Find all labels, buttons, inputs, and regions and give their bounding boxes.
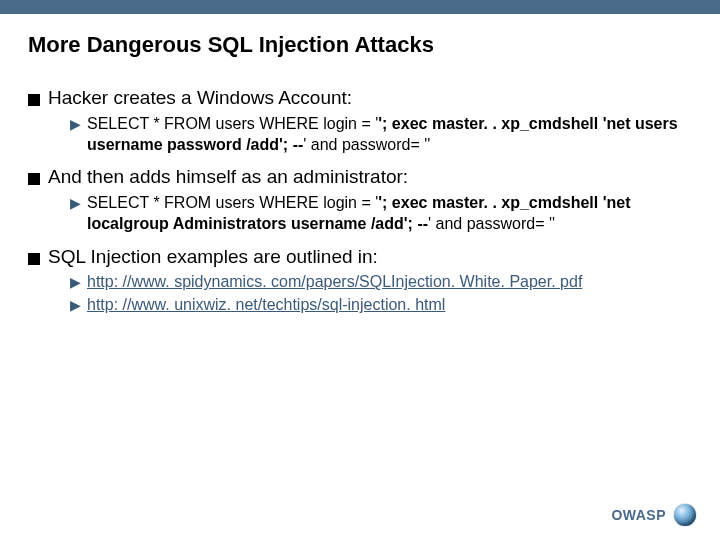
footer-label: OWASP (611, 507, 666, 523)
bullet-1-sub-1: ▶ SELECT * FROM users WHERE login = ''; … (70, 114, 690, 156)
bullet-2-sub-1-text: SELECT * FROM users WHERE login = ''; ex… (87, 193, 690, 235)
bullet-3-sub-2-text: http: //www. unixwiz. net/techtips/sql-i… (87, 295, 445, 316)
bullet-2-sublist: ▶ SELECT * FROM users WHERE login = ''; … (70, 193, 690, 235)
link-unixwiz[interactable]: http: //www. unixwiz. net/techtips/sql-i… (87, 296, 445, 313)
bullet-3-sub-2: ▶ http: //www. unixwiz. net/techtips/sql… (70, 295, 690, 316)
globe-icon (674, 504, 696, 526)
sql-prefix: SELECT * FROM users WHERE login = ' (87, 115, 378, 132)
arrow-icon: ▶ (70, 115, 81, 134)
link-spidynamics[interactable]: http: //www. spidynamics. com/papers/SQL… (87, 273, 582, 290)
bullet-1: Hacker creates a Windows Account: ▶ SELE… (28, 86, 690, 155)
bullet-3-sub-1: ▶ http: //www. spidynamics. com/papers/S… (70, 272, 690, 293)
bullet-1-sublist: ▶ SELECT * FROM users WHERE login = ''; … (70, 114, 690, 156)
bullet-list: Hacker creates a Windows Account: ▶ SELE… (28, 86, 690, 316)
bullet-2: And then adds himself as an administrato… (28, 165, 690, 234)
bullet-3-sublist: ▶ http: //www. spidynamics. com/papers/S… (70, 272, 690, 316)
bullet-2-sub-1: ▶ SELECT * FROM users WHERE login = ''; … (70, 193, 690, 235)
slide-title: More Dangerous SQL Injection Attacks (28, 32, 690, 58)
slide-body: More Dangerous SQL Injection Attacks Hac… (0, 14, 720, 316)
bullet-1-sub-1-text: SELECT * FROM users WHERE login = ''; ex… (87, 114, 690, 156)
footer: OWASP (611, 504, 696, 526)
bullet-2-text: And then adds himself as an administrato… (48, 165, 408, 189)
arrow-icon: ▶ (70, 296, 81, 315)
bullet-3-text: SQL Injection examples are outlined in: (48, 245, 378, 269)
bullet-1-text: Hacker creates a Windows Account: (48, 86, 352, 110)
square-bullet-icon (28, 94, 40, 106)
sql-prefix: SELECT * FROM users WHERE login = ' (87, 194, 378, 211)
arrow-icon: ▶ (70, 273, 81, 292)
sql-suffix: ' and password= '' (303, 136, 430, 153)
square-bullet-icon (28, 173, 40, 185)
bullet-3-sub-1-text: http: //www. spidynamics. com/papers/SQL… (87, 272, 582, 293)
square-bullet-icon (28, 253, 40, 265)
sql-suffix: ' and password= '' (428, 215, 555, 232)
bullet-3: SQL Injection examples are outlined in: … (28, 245, 690, 316)
top-accent-bar (0, 0, 720, 14)
arrow-icon: ▶ (70, 194, 81, 213)
